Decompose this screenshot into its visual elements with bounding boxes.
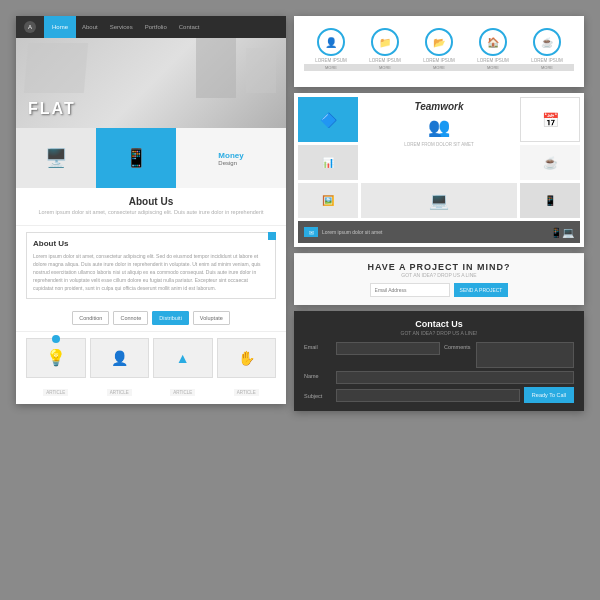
right-panel: 👤 LOREM IPSUM MORE 📁 LOREM IPSUM MORE 📂 … (294, 16, 584, 411)
nav-item-contact[interactable]: Contact (173, 16, 206, 38)
cta-email-input[interactable] (370, 283, 450, 297)
icon-item-0: 👤 LOREM IPSUM MORE (304, 28, 358, 71)
hero-overlay: FLAT (28, 100, 76, 118)
nav-item-about[interactable]: About (76, 16, 104, 38)
email-icon: ✉ (304, 227, 318, 237)
icon-item-4: ☕ LOREM IPSUM MORE (520, 28, 574, 71)
about-subtext: Lorem ipsum dolor sit amet, consectetur … (26, 209, 276, 217)
contact-bar: ✉ Lorem ipsum dolor sit amet 📱💻 (298, 221, 580, 243)
gallery-item-0: 💡 ARTICLE (26, 338, 86, 398)
btn-connote[interactable]: Connote (113, 311, 148, 325)
gallery-thumb-0: 💡 (26, 338, 86, 378)
about-box-corner (268, 232, 276, 240)
nav-item-services[interactable]: Services (104, 16, 139, 38)
bottom-gallery: 💡 ARTICLE 👤 ARTICLE ▲ ARTICLE ✋ (16, 331, 286, 404)
icons-row: 👤 LOREM IPSUM MORE 📁 LOREM IPSUM MORE 📂 … (304, 24, 574, 75)
hero-shape-3 (246, 48, 276, 93)
gallery-icon-lamp: 💡 (46, 348, 66, 367)
contact-name-row: Name (304, 371, 574, 384)
icon-label-0: LOREM IPSUM (304, 58, 358, 63)
devices-icon: 📱💻 (550, 227, 574, 238)
email-label: Email (304, 342, 332, 368)
icon-label-1: LOREM IPSUM (358, 58, 412, 63)
logo-circle: A (24, 21, 36, 33)
contact-submit-button[interactable]: Ready To Call (524, 387, 574, 403)
gallery-item-3: ✋ ARTICLE (217, 338, 277, 398)
hero-shape-2 (196, 38, 236, 98)
team-tile-gray-1: 📊 (298, 145, 358, 180)
gallery-thumb-1: 👤 (90, 338, 150, 378)
gallery-link-2[interactable]: ARTICLE (170, 389, 195, 396)
hero-text: FLAT (28, 100, 76, 118)
email-input[interactable] (336, 342, 440, 355)
gallery-link-1[interactable]: ARTICLE (107, 389, 132, 396)
btn-distribuiti[interactable]: Distribuiti (152, 311, 189, 325)
cta-sub: GOT AN IDEA? DROP US A LINE (304, 272, 574, 278)
right-top: 👤 LOREM IPSUM MORE 📁 LOREM IPSUM MORE 📂 … (294, 16, 584, 87)
icon-circle-0: 👤 (317, 28, 345, 56)
tile-hand: Money Design (176, 128, 286, 188)
about-section: About Us Lorem ipsum dolor sit amet, con… (16, 188, 286, 226)
gallery-icon-hand: ✋ (238, 350, 255, 366)
gallery-thumb-3: ✋ (217, 338, 277, 378)
buttons-row: Condition Connote Distribuiti Voluptate (16, 305, 286, 331)
team-title: Teamwork (365, 101, 513, 112)
gallery-icon-triangle: ▲ (176, 350, 190, 366)
comments-textarea (476, 342, 574, 368)
hero-shape-1 (24, 43, 88, 93)
name-input[interactable] (336, 371, 574, 384)
icon-btn-0[interactable]: MORE (304, 64, 358, 71)
team-subtitle: LOREM FROM DOLOR SIT AMET (365, 142, 513, 147)
icon-item-2: 📂 LOREM IPSUM MORE (412, 28, 466, 71)
about-box-title: About Us (33, 239, 269, 248)
nav-item-home[interactable]: Home (44, 16, 76, 38)
about-box-text: Lorem ipsum dolor sit amet, consectetur … (33, 252, 269, 292)
nav-item-portfolio[interactable]: Portfolio (139, 16, 173, 38)
tile-blue: 📱 (96, 128, 176, 188)
cta-submit-button[interactable]: SEND A PROJECT (454, 283, 509, 297)
contact-email-row: Email Comments (304, 342, 574, 368)
team-tile-laptop: 💻 (361, 183, 517, 218)
subject-input[interactable] (336, 389, 520, 402)
icon-btn-4[interactable]: MORE (520, 64, 574, 71)
btn-voluptate[interactable]: Voluptate (193, 311, 230, 325)
money-text: Money (218, 151, 243, 160)
left-panel: A Home About Services Portfolio Contact … (16, 16, 286, 404)
gallery-link-0[interactable]: ARTICLE (43, 389, 68, 396)
tile-desk: 🖥️ (16, 128, 96, 188)
icon-circle-4: ☕ (533, 28, 561, 56)
icon-label-2: LOREM IPSUM (412, 58, 466, 63)
contact-bottom: Subject Ready To Call (304, 387, 574, 403)
icon-item-3: 🏠 LOREM IPSUM MORE (466, 28, 520, 71)
hero-section: FLAT (16, 38, 286, 128)
contact-section: Contact Us GOT AN IDEA? DROP US A LINE! … (294, 311, 584, 411)
gallery-thumb-2: ▲ (153, 338, 213, 378)
icon-label-4: LOREM IPSUM (520, 58, 574, 63)
contact-subtitle: GOT AN IDEA? DROP US A LINE! (304, 330, 574, 336)
cta-form: SEND A PROJECT (304, 283, 574, 297)
team-section: 🔷 📊 Teamwork 👥 LOREM FROM DOLOR SIT AMET… (294, 93, 584, 247)
team-tile-coffee: ☕ (520, 145, 580, 180)
contact-bar-text: Lorem ipsum dolor sit amet (322, 229, 546, 235)
icon-item-1: 📁 LOREM IPSUM MORE (358, 28, 412, 71)
icon-circle-2: 📂 (425, 28, 453, 56)
gallery-item-1: 👤 ARTICLE (90, 338, 150, 398)
icon-circle-1: 📁 (371, 28, 399, 56)
icon-btn-2[interactable]: MORE (412, 64, 466, 71)
team-tile-gray-2: 🖼️ (298, 183, 358, 218)
gallery-item-2: ▲ ARTICLE (153, 338, 213, 398)
cta-title: HAVE A PROJECT IN MIND? (304, 262, 574, 272)
logo: A (16, 16, 44, 38)
team-tile-blue-1: 🔷 (298, 97, 358, 142)
gallery-link-3[interactable]: ARTICLE (234, 389, 259, 396)
about-title: About Us (26, 196, 276, 207)
icon-label-3: LOREM IPSUM (466, 58, 520, 63)
gallery-dot-0 (52, 335, 60, 343)
btn-condition[interactable]: Condition (72, 311, 109, 325)
icon-btn-3[interactable]: MORE (466, 64, 520, 71)
subject-label: Subject (304, 391, 332, 399)
contact-title: Contact Us (304, 319, 574, 329)
icon-circle-3: 🏠 (479, 28, 507, 56)
icon-btn-1[interactable]: MORE (358, 64, 412, 71)
gallery-icon-person: 👤 (111, 350, 128, 366)
